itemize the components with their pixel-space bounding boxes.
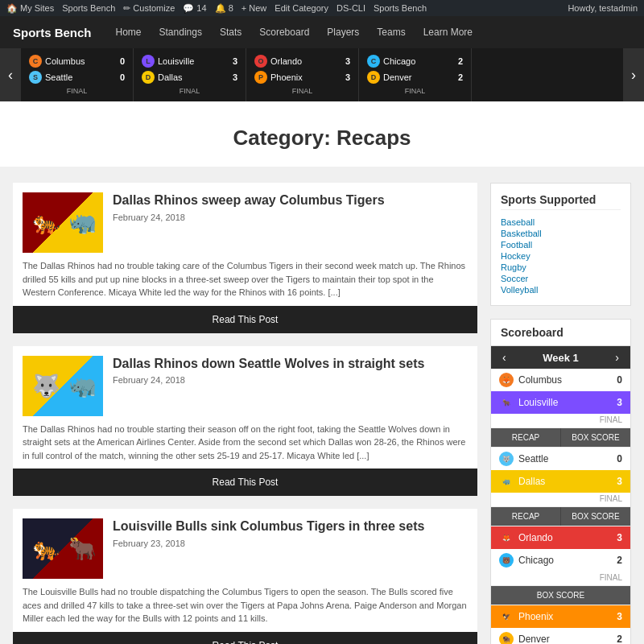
nav-home[interactable]: Home — [108, 22, 150, 43]
sb-team2-score: 2 — [609, 634, 622, 644]
sb-team1-row: 🦊 Columbus 0 — [491, 369, 630, 391]
thumb-icon-right: 🦏 — [68, 209, 97, 236]
admin-howdy: Howdy, testadmin — [568, 3, 638, 13]
sb-team2-row: 🐂 Louisville 3 — [491, 391, 630, 414]
ticker-team2-score: 0 — [114, 72, 125, 82]
sb-recap-btn[interactable]: RECAP — [491, 428, 561, 447]
sb-team1-score: 0 — [609, 374, 622, 386]
ticker-team1-score: 0 — [114, 56, 125, 66]
ticker-team2-row: S Seattle 0 — [29, 69, 125, 85]
sidebar: Sports Supported BaseballBasketballFootb… — [490, 183, 631, 644]
read-more-button[interactable]: Read This Post — [13, 306, 477, 333]
sb-team1-name: Seattle — [518, 453, 605, 464]
post-thumb-image: 🐺 🦏 — [23, 356, 103, 416]
sports-list-item[interactable]: Baseball — [501, 217, 621, 228]
sports-list-item[interactable]: Rugby — [501, 262, 621, 273]
week-prev-button[interactable]: ‹ — [499, 351, 510, 364]
ticker-team1-name: Louisville — [158, 56, 223, 66]
admin-customize[interactable]: ✏ Customize — [123, 3, 175, 14]
admin-updates[interactable]: 🔔 8 — [215, 3, 233, 14]
admin-bench[interactable]: Sports Bench — [374, 3, 427, 13]
sb-boxscore-btn[interactable]: BOX SCORE — [561, 507, 630, 526]
ticker-team-row: C Chicago 2 — [367, 53, 463, 69]
sb-team1-icon: 🦊 — [499, 373, 514, 387]
admin-comments[interactable]: 💬 14 — [183, 3, 206, 14]
ticker-team2-icon: D — [142, 71, 155, 84]
admin-new[interactable]: + New — [242, 3, 267, 13]
sb-matchup-3: 🦅 Phoenix 3 🦬 Denver 2 — [491, 605, 630, 644]
nav-teams[interactable]: Teams — [369, 22, 413, 43]
thumb-icon-right: 🦏 — [68, 373, 97, 399]
sb-team2-icon: 🐂 — [499, 395, 514, 410]
sb-team1-score: 3 — [609, 611, 622, 622]
ticker-team2-name: Phoenix — [270, 72, 336, 82]
ticker-next-button[interactable]: › — [623, 48, 644, 101]
ticker-team2-name: Denver — [383, 72, 448, 82]
sports-list-item[interactable]: Volleyball — [501, 284, 621, 295]
sb-actions: RECAP BOX SCORE — [491, 506, 630, 526]
post-date: February 24, 2018 — [113, 213, 468, 222]
ticker-team-row: O Orlando 3 — [254, 53, 350, 69]
sb-team2-icon: 🐻 — [499, 553, 514, 568]
category-header: Category: Recaps — [0, 101, 644, 167]
read-more-button[interactable]: Read This Post — [13, 469, 477, 496]
admin-edit-category[interactable]: Edit Category — [275, 3, 328, 13]
ticker-games-container: C Columbus 0 S Seattle 0 FINAL L Louisvi… — [21, 48, 623, 101]
ticker-game-status: FINAL — [367, 85, 463, 97]
admin-sports-bench[interactable]: Sports Bench — [62, 3, 115, 13]
sb-boxscore-btn[interactable]: BOX SCORE — [561, 428, 630, 447]
admin-ds-cli[interactable]: DS-CLI — [336, 3, 365, 13]
post-meta: Dallas Rhinos down Seattle Wolves in str… — [113, 356, 468, 416]
sb-team1-name: Phoenix — [518, 611, 605, 622]
sb-team1-score: 3 — [609, 532, 622, 543]
sb-boxscore-btn[interactable]: BOX SCORE — [491, 586, 630, 605]
sports-list-item[interactable]: Soccer — [501, 273, 621, 284]
week-next-button[interactable]: › — [612, 351, 622, 364]
week-label: Week 1 — [543, 352, 579, 364]
nav-learn-more[interactable]: Learn More — [415, 22, 481, 43]
sb-team1-row: 🐺 Seattle 0 — [491, 448, 630, 470]
sports-list-item[interactable]: Basketball — [501, 228, 621, 239]
ticker-team-row: C Columbus 0 — [29, 53, 125, 69]
sports-list: BaseballBasketballFootballHockeyRugbySoc… — [501, 217, 621, 295]
ticker-team2-row: D Denver 2 — [367, 69, 463, 85]
nav-standings[interactable]: Standings — [151, 22, 210, 43]
ticker-team2-icon: D — [367, 71, 380, 84]
ticker-game-status: FINAL — [142, 85, 237, 97]
ticker-team1-name: Orlando — [270, 56, 336, 66]
ticker-game-0: C Columbus 0 S Seattle 0 FINAL — [21, 48, 134, 101]
sb-recap-btn[interactable]: RECAP — [491, 507, 561, 526]
sb-status: FINAL — [491, 493, 630, 506]
read-more-button[interactable]: Read This Post — [13, 632, 477, 645]
post-date: February 23, 2018 — [113, 539, 468, 548]
ticker-prev-button[interactable]: ‹ — [0, 48, 21, 101]
sports-list-item[interactable]: Hockey — [501, 250, 621, 262]
ticker-team2-score: 2 — [452, 72, 463, 82]
post-title: Louisville Bulls sink Columbus Tigers in… — [113, 518, 468, 535]
sb-team2-row: 🦬 Denver 2 — [491, 628, 630, 644]
post-card-2: 🐅 🐂 Louisville Bulls sink Columbus Tiger… — [13, 509, 477, 644]
nav-players[interactable]: Players — [319, 22, 367, 43]
sb-matchup-1: 🐺 Seattle 0 🦏 Dallas 3 FINAL RECAP BOX S… — [491, 448, 630, 526]
thumb-icon-left: 🐅 — [32, 209, 60, 236]
admin-my-sites[interactable]: 🏠 My Sites — [6, 3, 54, 14]
post-thumb-image: 🐅 🐂 — [23, 518, 103, 579]
sb-team1-score: 0 — [609, 453, 622, 464]
nav-scoreboard[interactable]: Scoreboard — [251, 22, 317, 43]
nav-menu: Home Standings Stats Scoreboard Players … — [108, 22, 631, 43]
post-excerpt: The Louisville Bulls had no trouble disp… — [13, 585, 477, 632]
ticker-team1-name: Chicago — [383, 56, 448, 66]
ticker-team1-icon: C — [367, 55, 380, 68]
ticker-team2-score: 3 — [226, 72, 237, 82]
ticker-team2-score: 3 — [339, 72, 350, 82]
sb-team2-row: 🐻 Chicago 2 — [491, 549, 630, 572]
sb-team2-name: Chicago — [518, 555, 605, 566]
sb-team1-icon: 🦊 — [499, 530, 514, 545]
sb-team2-name: Dallas — [518, 476, 605, 487]
ticker-team1-icon: C — [29, 55, 42, 68]
ticker-team2-icon: S — [29, 71, 42, 84]
sports-list-item[interactable]: Football — [501, 239, 621, 250]
nav-stats[interactable]: Stats — [212, 22, 250, 43]
post-thumb-image: 🐅 🦏 — [23, 192, 103, 253]
sb-team2-score: 3 — [609, 397, 622, 408]
